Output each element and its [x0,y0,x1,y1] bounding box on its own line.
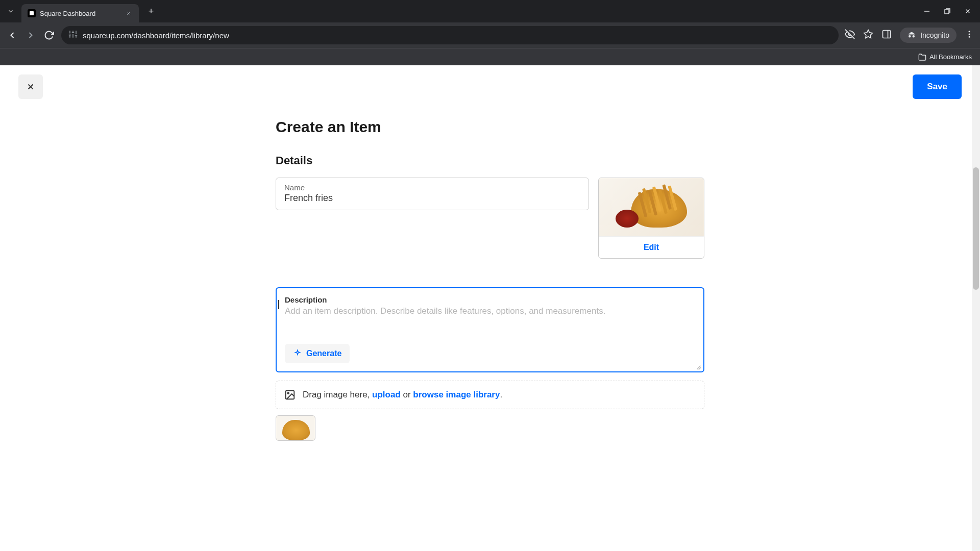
all-bookmarks-link[interactable]: All Bookmarks [918,53,972,61]
incognito-label: Incognito [920,31,949,39]
bookmark-star-icon[interactable] [863,29,873,41]
item-image-preview[interactable] [599,178,704,236]
menu-icon[interactable] [965,30,974,41]
item-image-box: Edit [598,178,704,259]
svg-point-21 [969,36,970,38]
incognito-badge[interactable]: Incognito [900,28,957,43]
page-content: Save Create an Item Details Name Edit [0,65,980,551]
url-text: squareup.com/dashboard/items/library/new [83,31,229,40]
close-button[interactable] [18,74,43,99]
thumbnail-row [276,415,704,441]
tab-search-dropdown[interactable] [0,0,21,22]
scrollbar-thumb[interactable] [973,167,979,290]
description-field[interactable]: Description Add an item description. Des… [276,287,704,372]
name-label: Name [284,183,580,192]
image-icon [284,389,296,400]
svg-point-20 [969,34,970,35]
name-input[interactable] [284,193,580,204]
save-button[interactable]: Save [913,74,962,99]
tab-favicon [28,9,36,17]
minimize-icon[interactable] [923,7,931,15]
window-controls [923,7,980,15]
svg-marker-16 [864,30,873,38]
bookmarks-bar: All Bookmarks [0,48,980,65]
resize-handle-icon[interactable] [695,363,701,369]
description-label: Description [285,295,695,304]
generate-label: Generate [306,349,341,358]
scrollbar-track [972,65,980,551]
image-dropzone[interactable]: Drag image here, upload or browse image … [276,381,704,409]
upload-link[interactable]: upload [372,390,401,399]
dropzone-text: Drag image here, upload or browse image … [303,390,502,400]
text-cursor-icon [277,300,281,309]
details-heading: Details [276,154,704,167]
sparkle-icon [293,349,302,358]
new-tab-button[interactable]: + [143,3,159,19]
svg-point-19 [969,31,970,32]
page-header: Save [0,65,980,108]
edit-image-link[interactable]: Edit [599,236,704,258]
close-window-icon[interactable] [964,7,972,15]
description-placeholder: Add an item description. Describe detail… [285,306,695,337]
svg-point-25 [287,392,289,394]
address-bar[interactable]: squareup.com/dashboard/items/library/new [61,26,839,44]
close-icon [26,82,35,91]
incognito-icon [907,31,916,40]
side-panel-icon[interactable] [881,29,892,41]
maximize-icon[interactable] [943,7,951,15]
site-settings-icon[interactable] [68,30,78,41]
reload-button[interactable] [43,29,55,41]
page-title: Create an Item [276,118,704,136]
svg-rect-3 [945,10,949,14]
tab-close-icon[interactable] [125,9,133,17]
browse-library-link[interactable]: browse image library [413,390,500,399]
browser-tab-strip: Square Dashboard + [0,0,980,22]
browser-tab[interactable]: Square Dashboard [21,4,139,22]
svg-rect-17 [883,31,891,38]
details-row: Name Edit [276,178,704,259]
tab-title: Square Dashboard [40,10,120,17]
name-field-container[interactable]: Name [276,178,589,210]
image-thumbnail[interactable] [276,415,315,441]
browser-toolbar: squareup.com/dashboard/items/library/new… [0,22,980,48]
eye-off-icon[interactable] [845,29,855,41]
generate-button[interactable]: Generate [285,344,350,363]
back-button[interactable] [6,29,18,41]
folder-icon [918,53,926,61]
forward-button[interactable] [24,29,37,41]
